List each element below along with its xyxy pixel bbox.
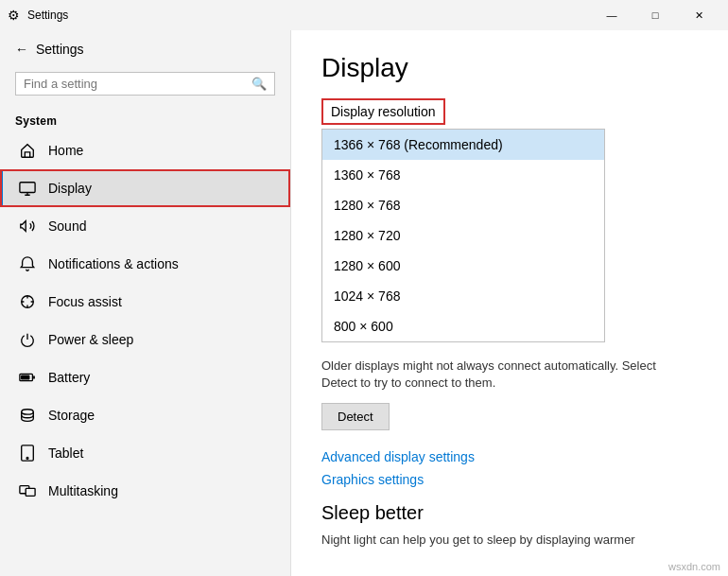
resolution-label: Display resolution [323, 100, 443, 123]
sidebar-item-storage-label: Storage [48, 408, 95, 423]
focus-icon [18, 292, 37, 311]
resolution-option-6[interactable]: 800 × 600 [322, 311, 604, 341]
sidebar-item-home[interactable]: Home [0, 131, 290, 169]
maximize-button[interactable]: □ [633, 0, 677, 30]
resolution-option-5[interactable]: 1024 × 768 [322, 281, 604, 311]
sidebar-item-battery-label: Battery [48, 370, 90, 385]
sidebar-item-tablet-label: Tablet [48, 445, 83, 461]
sidebar-item-notifications[interactable]: Notifications & actions [0, 245, 290, 283]
sidebar-item-tablet[interactable]: Tablet [0, 434, 290, 472]
sidebar-item-home-label: Home [48, 143, 83, 158]
search-box[interactable]: 🔍 [15, 72, 275, 96]
resolution-option-3[interactable]: 1280 × 720 [322, 220, 604, 251]
sidebar-item-power-label: Power & sleep [48, 332, 133, 347]
sidebar-item-sound-label: Sound [48, 218, 86, 234]
sidebar-item-focus[interactable]: Focus assist [0, 283, 290, 321]
detect-button[interactable]: Detect [321, 403, 390, 430]
titlebar-title: Settings [27, 9, 68, 22]
sidebar-item-multitasking-label: Multitasking [48, 483, 118, 498]
back-button[interactable]: ← Settings [0, 30, 290, 68]
svg-rect-8 [26, 488, 35, 496]
tablet-icon [18, 444, 37, 463]
home-icon [18, 141, 37, 160]
main-layout: ← Settings 🔍 System Home [0, 30, 728, 576]
night-light-note: Night light can help you get to sleep by… [321, 532, 681, 549]
sound-icon [18, 217, 37, 236]
notifications-icon [18, 254, 37, 273]
svg-point-4 [22, 410, 34, 414]
resolution-option-0[interactable]: 1366 × 768 (Recommended) [322, 130, 604, 160]
back-arrow-icon: ← [15, 42, 28, 57]
titlebar-left: ⚙ Settings [8, 8, 68, 23]
sidebar-item-battery[interactable]: Battery [0, 358, 290, 396]
resolution-option-1[interactable]: 1360 × 768 [322, 160, 604, 190]
page-title: Display [321, 53, 698, 83]
resolution-option-4[interactable]: 1280 × 600 [322, 251, 604, 281]
sidebar-item-focus-label: Focus assist [48, 294, 122, 309]
svg-rect-3 [22, 375, 29, 379]
resolution-section: Display resolution [321, 98, 445, 125]
search-icon: 🔍 [251, 77, 267, 91]
power-icon [18, 330, 37, 349]
sidebar-item-storage[interactable]: Storage [0, 396, 290, 434]
minimize-button[interactable]: — [590, 0, 633, 30]
resolution-option-2[interactable]: 1280 × 768 [322, 190, 604, 220]
titlebar: ⚙ Settings — □ ✕ [0, 0, 728, 30]
search-input[interactable] [24, 77, 246, 91]
multitasking-icon [18, 481, 37, 500]
svg-rect-0 [20, 183, 35, 193]
battery-icon [18, 368, 37, 387]
section-label: System [0, 107, 290, 131]
advanced-display-link[interactable]: Advanced display settings [321, 449, 698, 464]
graphics-link[interactable]: Graphics settings [321, 472, 698, 487]
sidebar-item-display-label: Display [48, 181, 92, 196]
svg-point-6 [26, 458, 28, 460]
sidebar: ← Settings 🔍 System Home [0, 30, 291, 576]
resolution-dropdown[interactable]: 1366 × 768 (Recommended) 1360 × 768 1280… [321, 129, 605, 342]
display-icon [18, 179, 37, 198]
settings-app-icon: ⚙ [8, 8, 20, 23]
sleep-title: Sleep better [321, 502, 698, 524]
display-note: Older displays might not always connect … [321, 358, 681, 392]
titlebar-controls: — □ ✕ [590, 0, 720, 30]
sidebar-item-display[interactable]: Display [0, 169, 290, 207]
sidebar-item-sound[interactable]: Sound [0, 207, 290, 245]
sidebar-item-notifications-label: Notifications & actions [48, 256, 179, 271]
content-area: Display Display resolution 1366 × 768 (R… [291, 30, 728, 576]
back-label: Settings [36, 42, 84, 57]
sidebar-item-power[interactable]: Power & sleep [0, 321, 290, 358]
sidebar-item-multitasking[interactable]: Multitasking [0, 472, 290, 510]
close-button[interactable]: ✕ [677, 0, 720, 30]
storage-icon [18, 406, 37, 425]
